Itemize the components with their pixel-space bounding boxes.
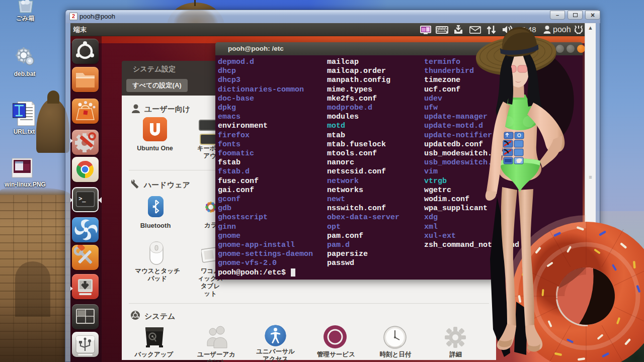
- svg-text:>_: >_: [78, 195, 86, 203]
